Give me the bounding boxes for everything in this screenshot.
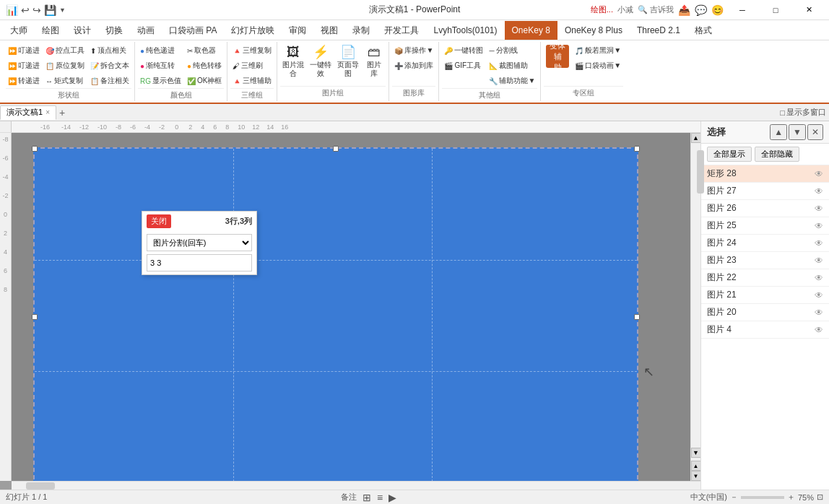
- doc-tab-close[interactable]: ×: [45, 108, 50, 116]
- btn-yijian-effects[interactable]: ⚡ 一键特效: [308, 43, 334, 79]
- qa-save[interactable]: 💾: [44, 4, 56, 16]
- btn-fzhu-gn[interactable]: 🔧辅助功能▼: [487, 74, 537, 88]
- view-normal-icon[interactable]: ⊞: [363, 492, 371, 503]
- eye-icon-pic25[interactable]: 👁: [815, 221, 823, 231]
- view-reading-icon[interactable]: ▶: [389, 492, 396, 503]
- notes-btn[interactable]: 备注: [341, 492, 357, 503]
- btn-chunse-zhuanyi[interactable]: ●纯色转移: [185, 58, 224, 73]
- btn-yijian-zhuantu[interactable]: 🔑一键转图: [442, 43, 485, 58]
- btn-chunse-dijin[interactable]: ●纯色递进: [138, 43, 183, 58]
- sidebar-item-pic27[interactable]: 图片 27 👁: [701, 183, 829, 200]
- eye-icon-pic26[interactable]: 👁: [815, 204, 823, 214]
- sidebar-item-pic4[interactable]: 图片 4 👁: [701, 321, 829, 339]
- sidebar-show-all-btn[interactable]: 全部显示: [707, 147, 752, 162]
- btn-cai-fzhu[interactable]: 📐裁图辅助: [487, 58, 537, 73]
- scroll-up-btn[interactable]: ▲: [691, 133, 701, 143]
- btn-yemian-daochu[interactable]: 📄 页面导图: [335, 43, 361, 79]
- maximize-button[interactable]: □: [761, 3, 790, 17]
- tab-onekey8plus[interactable]: OneKey 8 Plus: [557, 21, 630, 40]
- tab-devtools[interactable]: 开发工具: [377, 21, 426, 40]
- tab-shenyu[interactable]: 审阅: [282, 21, 313, 40]
- handle-midright[interactable]: [634, 314, 640, 320]
- btn-jushi[interactable]: ↔矩式复制: [43, 74, 87, 88]
- btn-yuanwei[interactable]: 📋原位复制: [43, 58, 87, 73]
- tab-sheji[interactable]: 设计: [66, 21, 98, 40]
- sidebar-item-pic24[interactable]: 图片 24 👁: [701, 235, 829, 252]
- sidebar-item-pic22[interactable]: 图片 22 👁: [701, 269, 829, 287]
- btn-chahe[interactable]: 📝拆合文本: [88, 58, 131, 73]
- btn-biantifu[interactable]: 变体辅助: [544, 43, 571, 69]
- popup-select-type[interactable]: 图片分割(回车): [147, 234, 252, 251]
- zoom-in-btn[interactable]: ＋: [787, 492, 795, 503]
- eye-icon-pic4[interactable]: 👁: [815, 325, 823, 335]
- tab-huitu[interactable]: 绘图: [35, 21, 66, 40]
- tab-pa[interactable]: 口袋动画 PA: [162, 21, 224, 40]
- eye-icon-pic24[interactable]: 👁: [815, 238, 823, 248]
- eye-icon-pic23[interactable]: 👁: [815, 256, 823, 266]
- sidebar-item-rect28[interactable]: 矩形 28 👁: [701, 165, 829, 183]
- qa-redo[interactable]: ↪: [32, 4, 41, 16]
- handle-midleft[interactable]: [32, 314, 38, 320]
- tab-donghua[interactable]: 动画: [130, 21, 162, 40]
- user-avatar[interactable]: 😊: [711, 4, 724, 16]
- tab-geshi[interactable]: 格式: [687, 21, 719, 40]
- search-icon[interactable]: 🔍 吉诉我: [638, 4, 674, 15]
- tab-shitu[interactable]: 视图: [313, 21, 345, 40]
- tab-threed[interactable]: ThreeD 2.1: [630, 21, 687, 40]
- btn-didijin1[interactable]: ⏩叮递进: [6, 43, 42, 58]
- scroll-top-btn[interactable]: ▲: [691, 461, 701, 471]
- tab-qiehuan[interactable]: 切换: [98, 21, 130, 40]
- scrollbar-vertical[interactable]: ▲ ▼ ▲ ▼: [690, 133, 700, 481]
- eye-icon-rect28[interactable]: 👁: [815, 169, 823, 179]
- sidebar-item-pic21[interactable]: 图片 21 👁: [701, 287, 829, 304]
- scroll-thumb[interactable]: [697, 150, 704, 194]
- popup-close-button[interactable]: 关闭: [147, 214, 171, 228]
- btn-dingdian[interactable]: ⬆顶点相关: [88, 43, 131, 58]
- btn-ku-caozuo[interactable]: 📦库操作▼: [392, 43, 435, 58]
- btn-zhuandijin[interactable]: ⏩转递进: [6, 74, 42, 88]
- doc-tab-main[interactable]: 演示文稿1 ×: [0, 105, 56, 120]
- close-button[interactable]: ✕: [794, 3, 823, 17]
- slide-canvas[interactable]: [33, 147, 638, 481]
- fit-window-btn[interactable]: ⊡: [817, 492, 823, 502]
- display-multi-window-btn[interactable]: □ 显示多窗口: [780, 107, 826, 118]
- scroll-bottom-btn[interactable]: ▼: [691, 471, 701, 481]
- btn-3d-fzhu[interactable]: 🔺三维辅助: [230, 74, 274, 88]
- tab-luzhi[interactable]: 录制: [345, 21, 377, 40]
- eye-icon-pic21[interactable]: 👁: [815, 290, 823, 300]
- view-outline-icon[interactable]: ≡: [377, 492, 383, 503]
- scroll-thumb-h[interactable]: [26, 482, 55, 490]
- handle-topmid[interactable]: [333, 146, 339, 152]
- btn-ok-shenkuang[interactable]: ✅OK神框: [185, 74, 224, 88]
- sidebar-item-pic23[interactable]: 图片 23 👁: [701, 252, 829, 269]
- btn-gif-tool[interactable]: 🎬GIF工具: [442, 58, 485, 73]
- sidebar-item-pic20[interactable]: 图片 20 👁: [701, 304, 829, 321]
- scrollbar-horizontal[interactable]: [12, 481, 700, 490]
- btn-kongdian[interactable]: 🎯控点工具: [43, 43, 87, 58]
- btn-hunhe[interactable]: 🖼 图片混合: [280, 43, 306, 79]
- eye-icon-pic27[interactable]: 👁: [815, 186, 823, 196]
- btn-3d-copy[interactable]: 🔺三维复制: [230, 43, 274, 58]
- popup-input-values[interactable]: [147, 254, 252, 271]
- tab-onekey8[interactable]: OneKey 8: [505, 21, 557, 40]
- sidebar-item-pic25[interactable]: 图片 25 👁: [701, 217, 829, 235]
- eye-icon-pic20[interactable]: 👁: [815, 308, 823, 318]
- qa-dropdown[interactable]: ▼: [59, 6, 66, 14]
- tab-lvyhtools[interactable]: LvyhTools(0101): [426, 21, 504, 40]
- share-icon[interactable]: 📤: [678, 4, 690, 16]
- btn-xianshi-sezhi[interactable]: RG显示色值: [138, 74, 183, 88]
- doc-tab-add[interactable]: +: [56, 107, 68, 118]
- minimize-button[interactable]: ─: [728, 3, 757, 17]
- btn-tianjia-ku[interactable]: ➕添加到库: [392, 58, 435, 73]
- btn-didijin2[interactable]: ⏩叮递进: [6, 58, 42, 73]
- slide-area[interactable]: 关闭 3行,3列 图片分割(回车) ↖: [12, 133, 690, 481]
- btn-beizhu[interactable]: 📋备注相关: [88, 74, 131, 88]
- sidebar-up-btn[interactable]: ▲: [770, 124, 787, 140]
- sidebar-close-btn[interactable]: ✕: [807, 124, 823, 140]
- btn-tupian-ku[interactable]: 🗃 图片库: [363, 43, 386, 79]
- tab-dashi[interactable]: 大师: [3, 21, 35, 40]
- user-name[interactable]: 小减: [617, 4, 633, 15]
- btn-jian-chun[interactable]: ●渐纯互转: [138, 58, 183, 73]
- draw-mode-link[interactable]: 绘图...: [591, 4, 613, 15]
- scroll-down-btn[interactable]: ▼: [691, 448, 701, 458]
